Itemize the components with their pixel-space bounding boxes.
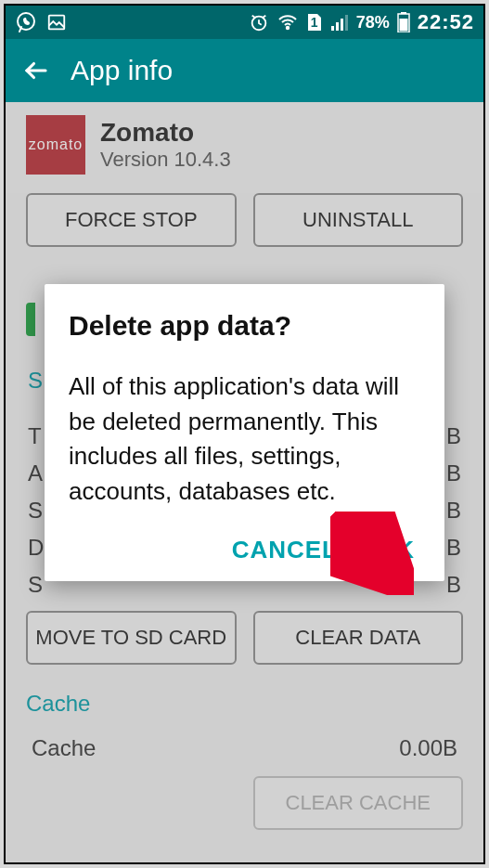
- image-icon: [46, 12, 67, 32]
- force-stop-button[interactable]: FORCE STOP: [26, 193, 237, 247]
- storage-row-key: D: [28, 535, 44, 561]
- app-header: App info: [6, 39, 483, 102]
- back-arrow-icon[interactable]: [22, 57, 50, 84]
- cache-section-label: Cache: [6, 687, 110, 724]
- app-icon-text: zomato: [29, 136, 83, 153]
- delete-data-dialog: Delete app data? All of this application…: [45, 284, 444, 581]
- svg-point-3: [286, 27, 288, 29]
- battery-icon: [397, 12, 410, 32]
- page-title: App info: [71, 55, 173, 86]
- app-version: Version 10.4.3: [100, 148, 231, 172]
- clear-data-button[interactable]: CLEAR DATA: [253, 611, 464, 665]
- ok-button[interactable]: OK: [377, 536, 415, 564]
- move-to-sd-button[interactable]: MOVE TO SD CARD: [26, 611, 237, 665]
- storage-row-val: B: [446, 423, 461, 449]
- storage-row-key: S: [28, 572, 43, 598]
- sim-number: 1: [311, 15, 318, 30]
- svg-rect-6: [341, 19, 343, 31]
- storage-row-key: T: [28, 423, 42, 449]
- cache-row-label: Cache: [32, 735, 96, 761]
- storage-row-val: B: [446, 460, 461, 486]
- app-icon: zomato: [26, 115, 85, 175]
- alarm-icon: [249, 12, 269, 32]
- svg-rect-7: [345, 15, 348, 31]
- launch-by-default-sliver: [26, 303, 35, 336]
- whatsapp-icon: [15, 11, 37, 33]
- svg-rect-4: [331, 26, 334, 31]
- storage-section-label: S: [28, 368, 43, 394]
- dialog-title: Delete app data?: [69, 310, 420, 342]
- app-name: Zomato: [100, 118, 231, 148]
- dialog-body: All of this application's data will be d…: [69, 369, 420, 510]
- storage-row-val: B: [446, 572, 461, 598]
- uninstall-button[interactable]: UNINSTALL: [253, 193, 464, 247]
- storage-row-val: B: [446, 535, 461, 561]
- signal-icon: [330, 13, 349, 32]
- svg-rect-10: [399, 19, 407, 32]
- clock: 22:52: [418, 10, 474, 34]
- sim-icon: 1: [306, 12, 323, 32]
- storage-row-key: A: [28, 460, 43, 486]
- status-bar: 1 78% 22:52: [6, 6, 483, 39]
- app-summary: zomato Zomato Version 10.4.3: [6, 102, 483, 193]
- battery-percentage: 78%: [356, 13, 390, 32]
- cancel-button[interactable]: CANCEL: [232, 536, 338, 564]
- cache-row-value: 0.00B: [399, 735, 457, 761]
- clear-cache-button[interactable]: CLEAR CACHE: [253, 776, 464, 830]
- storage-row-val: B: [446, 498, 461, 524]
- svg-rect-5: [336, 22, 339, 31]
- wifi-icon: [277, 11, 299, 33]
- storage-row-key: S: [28, 498, 43, 524]
